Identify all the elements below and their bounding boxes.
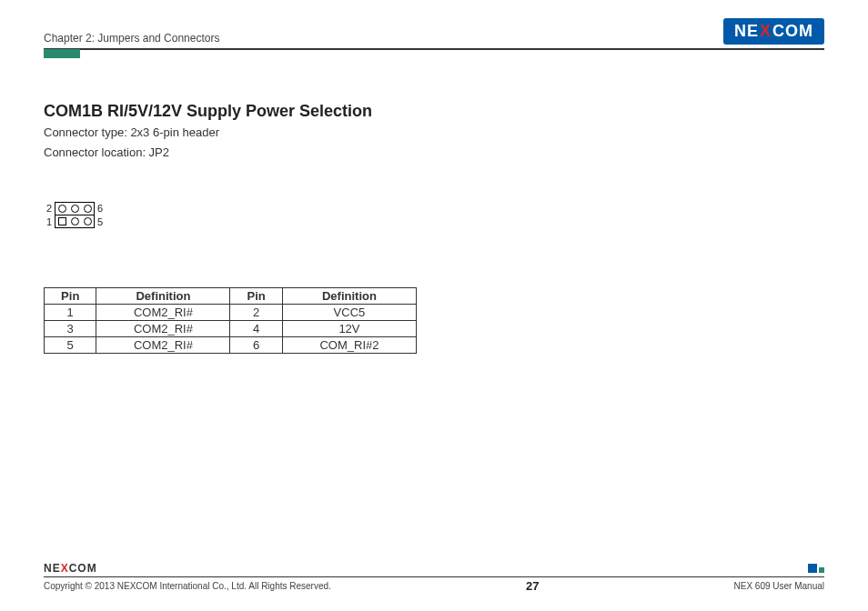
pin-1-icon [56, 215, 68, 227]
pin-6-icon [81, 203, 94, 215]
cell-def: COM2_RI# [96, 304, 230, 320]
table-header-row: Pin Definition Pin Definition [45, 287, 417, 304]
table-row: 5 COM2_RI# 6 COM_RI#2 [45, 336, 417, 353]
pin-diagram: 2 6 1 5 [44, 201, 106, 228]
chapter-title: Chapter 2: Jumpers and Connectors [44, 32, 219, 45]
th-def-a: Definition [96, 287, 230, 304]
cell-pin: 4 [230, 320, 282, 336]
pin-4-icon [68, 203, 81, 215]
cell-pin: 6 [230, 336, 282, 353]
brand-text-ne: NE [734, 22, 759, 41]
pin-2-icon [56, 203, 68, 215]
page-header: Chapter 2: Jumpers and Connectors NEXCOM [44, 18, 824, 50]
section-title: COM1B RI/5V/12V Supply Power Selection [44, 102, 824, 121]
connector-type: Connector type: 2x3 6-pin header [44, 125, 824, 141]
cell-def: VCC5 [282, 304, 416, 320]
cell-def: COM2_RI# [96, 320, 230, 336]
footer-brand-logo: NEXCOM [44, 562, 824, 575]
pin-top-row [55, 202, 95, 215]
footer-brand-ne: NE [44, 562, 61, 575]
footer-decoration-icon [808, 564, 824, 573]
accent-bar [44, 49, 80, 58]
pin-bottom-row [55, 215, 95, 228]
cell-pin: 1 [45, 304, 96, 320]
pin-5-icon [81, 215, 94, 227]
cell-pin: 3 [45, 320, 96, 336]
footer-manual-name: NEX 609 User Manual [733, 581, 824, 591]
brand-logo: NEXCOM [723, 18, 824, 45]
footer-copyright: Copyright © 2013 NEXCOM International Co… [44, 581, 331, 591]
cell-pin: 5 [45, 336, 96, 353]
th-def-b: Definition [282, 287, 416, 304]
brand-text-x: X [760, 22, 772, 41]
cell-def: COM_RI#2 [282, 336, 416, 353]
pin-label-5: 5 [95, 216, 106, 227]
pin-label-6: 6 [95, 203, 106, 214]
pin-3-icon [68, 215, 81, 227]
cell-def: COM2_RI# [96, 336, 230, 353]
th-pin-b: Pin [230, 287, 282, 304]
pin-label-2: 2 [44, 203, 55, 214]
page-footer: NEXCOM Copyright © 2013 NEXCOM Internati… [44, 562, 824, 593]
pin-label-1: 1 [44, 216, 55, 227]
th-pin-a: Pin [45, 287, 96, 304]
page-number: 27 [526, 579, 539, 593]
table-row: 3 COM2_RI# 4 12V [45, 320, 417, 336]
pin-definition-table: Pin Definition Pin Definition 1 COM2_RI#… [44, 287, 417, 354]
connector-location: Connector location: JP2 [44, 145, 824, 161]
brand-text-com: COM [772, 22, 813, 41]
cell-pin: 2 [230, 304, 282, 320]
footer-brand-x: X [61, 562, 69, 575]
footer-brand-com: COM [69, 562, 97, 575]
table-row: 1 COM2_RI# 2 VCC5 [45, 304, 417, 320]
cell-def: 12V [282, 320, 416, 336]
